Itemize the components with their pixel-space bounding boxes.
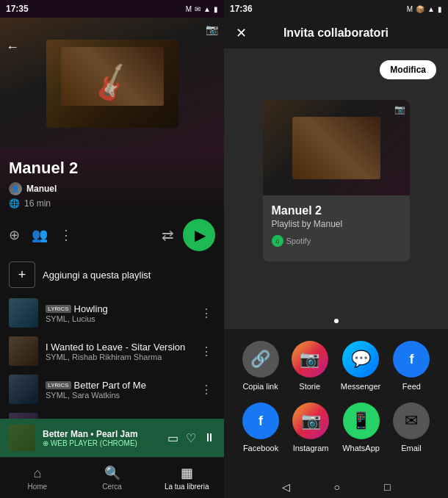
status-icons-left: M ✉ ▲ ▮ xyxy=(186,5,218,13)
cast-icon[interactable]: ▭ xyxy=(167,431,178,445)
owner-name: Manuel xyxy=(26,184,57,194)
nav-item-search[interactable]: 🔍 Cerca xyxy=(75,459,150,497)
status-icons-right: M 📦 ▲ ▮ xyxy=(407,5,442,13)
bottom-nav: ⌂ Home 🔍 Cerca ▦ La tua libreria xyxy=(0,457,224,498)
home-sys-btn[interactable]: ○ xyxy=(334,481,340,493)
controls-row: ⊕ 👥 ⋮ ⇄ ▶ xyxy=(0,214,224,256)
song-info-3: LYRICS Better Part of Me SYML, Sara Watk… xyxy=(46,380,190,400)
status-bar-right: 17:36 M 📦 ▲ ▮ xyxy=(224,0,448,18)
song-item-1[interactable]: LYRICS Howling SYML, Lucius ⋮ xyxy=(0,294,224,332)
spotify-text: Spotify xyxy=(286,237,311,245)
song-more-3[interactable]: ⋮ xyxy=(198,380,215,400)
share-row-2: f Facebook 📷 Instagram 📱 WhatsApp ✉ Emai… xyxy=(236,403,436,452)
nav-item-home[interactable]: ⌂ Home xyxy=(0,460,75,497)
song-title-3: Better Part of Me xyxy=(74,380,146,391)
spotify-logo: ♫ xyxy=(272,235,283,247)
share-item-ig2[interactable]: 📷 Instagram xyxy=(292,403,329,452)
card-area: Modifica 📷 Manuel 2 Playlist by Manuel ♫… xyxy=(224,48,448,313)
status-icon-wifi: ▲ xyxy=(203,5,211,13)
status-icon-battery-right: ▮ xyxy=(438,5,442,13)
right-panel: 17:36 M 📦 ▲ ▮ ✕ Invita collaboratori Mod… xyxy=(224,0,448,498)
song-artist-2: SYML, Rishab Rikhiram Sharma xyxy=(46,353,190,361)
now-playing-title: Better Man • Pearl Jam xyxy=(43,429,160,439)
now-playing-info: Better Man • Pearl Jam ⊕ WEB PLAYER (CHR… xyxy=(43,429,160,447)
share-label-ig2: Instagram xyxy=(293,444,329,452)
close-button[interactable]: ✕ xyxy=(236,25,247,41)
heart-icon[interactable]: ♡ xyxy=(186,431,196,445)
share-section: 🔗 Copia link 📷 Storie 💬 Messenger f Feed… xyxy=(224,329,448,476)
playlist-info: Manuel 2 👤 Manuel 🌐 16 min xyxy=(0,150,224,214)
share-label-stories: Storie xyxy=(299,382,320,391)
status-icon-battery: ▮ xyxy=(214,5,218,13)
facebook-icon: f xyxy=(393,341,430,378)
pause-icon[interactable]: ⏸ xyxy=(203,431,215,444)
instagram-stories-icon: 📷 xyxy=(292,341,328,378)
now-playing-controls: ▭ ♡ ⏸ xyxy=(167,431,215,445)
song-thumb-3 xyxy=(9,375,38,404)
status-icon-dropbox: 📦 xyxy=(416,5,424,13)
add-to-playlist-label: Aggiungi a questa playlist xyxy=(43,270,151,281)
dot-active xyxy=(334,319,339,323)
copy-link-icon: 🔗 xyxy=(242,341,279,378)
playlist-hero-image: 📷 ← xyxy=(0,18,224,150)
song-more-2[interactable]: ⋮ xyxy=(198,342,215,361)
now-playing-meta: ⊕ WEB PLAYER (CHROME) xyxy=(43,439,160,447)
share-item-messenger[interactable]: 💬 Messenger xyxy=(341,341,380,391)
shuffle-icon[interactable]: ⇄ xyxy=(162,226,174,244)
share-label-fb2: Facebook xyxy=(243,444,278,452)
nav-item-library[interactable]: ▦ La tua libreria xyxy=(149,459,224,497)
share-item-fb2[interactable]: f Facebook xyxy=(242,403,279,452)
nav-label-search: Cerca xyxy=(102,483,122,491)
play-icon: ▶ xyxy=(195,226,206,244)
share-label-email: Email xyxy=(401,444,422,452)
song-more-1[interactable]: ⋮ xyxy=(198,303,215,323)
globe-icon: 🌐 xyxy=(9,198,20,209)
share-item-email[interactable]: ✉ Email xyxy=(393,403,430,452)
search-icon: 🔍 xyxy=(104,465,120,481)
status-bar-left: 17:35 M ✉ ▲ ▮ xyxy=(0,0,224,18)
song-info-2: I Wanted to Leave - Sitar Version SYML, … xyxy=(46,342,190,361)
add-user-icon[interactable]: 👥 xyxy=(32,227,48,243)
song-item-2[interactable]: I Wanted to Leave - Sitar Version SYML, … xyxy=(0,332,224,370)
share-item-instagram[interactable]: 📷 Storie xyxy=(292,341,328,391)
share-item-facebook[interactable]: f Feed xyxy=(393,341,430,391)
more-icon[interactable]: ⋮ xyxy=(59,227,73,243)
time-left: 17:35 xyxy=(6,4,29,14)
lyrics-badge-1: LYRICS xyxy=(46,305,71,313)
play-button[interactable]: ▶ xyxy=(183,219,215,251)
add-to-playlist-button[interactable]: + Aggiungi a questa playlist xyxy=(0,256,224,294)
card-camera-icon: 📷 xyxy=(394,104,405,115)
song-item-3[interactable]: LYRICS Better Part of Me SYML, Sara Watk… xyxy=(0,370,224,408)
hero-content xyxy=(0,18,224,150)
recents-sys-btn[interactable]: □ xyxy=(384,481,390,493)
share-item-link[interactable]: 🔗 Copia link xyxy=(242,341,279,391)
card-guitar xyxy=(292,117,380,179)
song-title-row-2: I Wanted to Leave - Sitar Version xyxy=(46,342,190,353)
modifica-button[interactable]: Modifica xyxy=(380,60,436,79)
status-icon-m-right: M xyxy=(407,5,413,13)
controls-left: ⊕ 👥 ⋮ xyxy=(9,227,73,243)
lyrics-badge-3: LYRICS xyxy=(46,381,71,389)
song-title-2: I Wanted to Leave - Sitar Version xyxy=(46,342,185,353)
whatsapp-icon: 📱 xyxy=(343,403,380,439)
left-panel: 17:35 M ✉ ▲ ▮ 📷 ← Manuel 2 👤 Manuel 🌐 16… xyxy=(0,0,224,498)
share-label-feed: Feed xyxy=(402,382,421,391)
song-title-row-1: LYRICS Howling xyxy=(46,303,190,314)
invite-title: Invita collaboratori xyxy=(283,26,389,40)
playlist-card: 📷 Manuel 2 Playlist by Manuel ♫ Spotify xyxy=(263,100,410,261)
guitar-thumbnail xyxy=(46,40,178,128)
owner-avatar: 👤 xyxy=(9,182,22,195)
share-row-1: 🔗 Copia link 📷 Storie 💬 Messenger f Feed xyxy=(236,341,436,391)
back-sys-btn[interactable]: ◁ xyxy=(282,481,290,493)
share-item-wa[interactable]: 📱 WhatsApp xyxy=(342,403,380,452)
time-right: 17:36 xyxy=(230,4,253,14)
back-button[interactable]: ← xyxy=(6,40,19,55)
home-icon: ⌂ xyxy=(33,466,41,481)
add-icon: + xyxy=(9,261,35,288)
library-icon: ▦ xyxy=(181,465,193,481)
download-icon[interactable]: ⊕ xyxy=(9,227,20,243)
status-icon-mail: ✉ xyxy=(195,5,200,13)
now-playing-bar[interactable]: Better Man • Pearl Jam ⊕ WEB PLAYER (CHR… xyxy=(0,419,224,457)
playlist-title: Manuel 2 xyxy=(9,159,215,178)
controls-right: ⇄ ▶ xyxy=(162,219,215,251)
